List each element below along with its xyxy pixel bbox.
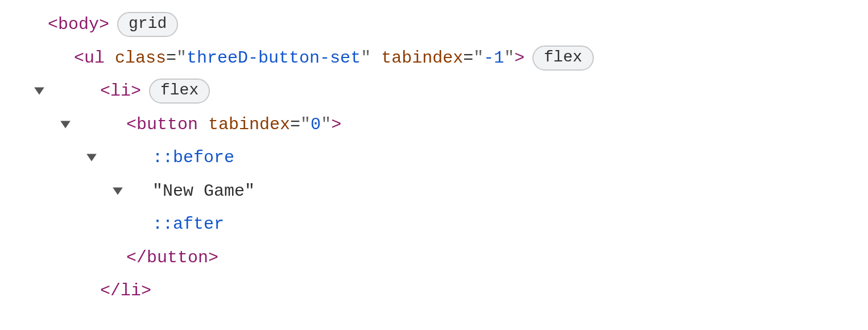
attr-tabindex-name: tabindex [208,108,290,142]
disclosure-triangle-icon[interactable] [33,18,46,31]
svg-marker-1 [60,121,71,128]
tree-row-pseudo-after[interactable]: ::after [33,208,868,241]
tag-button-open-end: > [331,108,341,142]
pseudo-after: ::after [152,208,224,241]
tree-row-text-node[interactable]: "New Game" [33,175,868,208]
layout-badge-flex[interactable]: flex [532,46,593,71]
tag-ul-open-end: > [514,42,524,75]
attr-tabindex-value: -1 [483,42,504,75]
tree-row-li-close[interactable]: </li> [33,274,868,308]
tree-row-button-close[interactable]: </button> [33,241,868,275]
svg-marker-2 [86,154,97,162]
disclosure-triangle-icon[interactable] [85,85,98,97]
attr-class-name: class [115,42,166,75]
dom-tree: <body>grid <ul class="threeD-button-set"… [0,0,868,308]
tree-row-ul[interactable]: <ul class="threeD-button-set" tabindex="… [33,42,868,75]
layout-badge-flex[interactable]: flex [149,79,210,104]
disclosure-triangle-icon[interactable] [111,118,124,131]
attr-tabindex-name: tabindex [381,42,463,75]
tag-body-open: <body> [48,8,109,42]
disclosure-triangle-icon[interactable] [59,52,72,64]
tree-row-body[interactable]: <body>grid [33,8,868,42]
attr-tabindex-value: 0 [311,108,321,142]
tag-li-close: </li> [100,274,151,308]
attr-class-value: threeD-button-set [187,42,361,75]
text-node: "New Game" [152,175,255,208]
layout-badge-grid[interactable]: grid [117,12,178,37]
tree-row-li[interactable]: <li>flex [33,75,868,108]
svg-marker-0 [34,88,44,95]
tree-row-button[interactable]: <button tabindex="0"> [33,108,868,142]
svg-marker-3 [113,187,123,195]
